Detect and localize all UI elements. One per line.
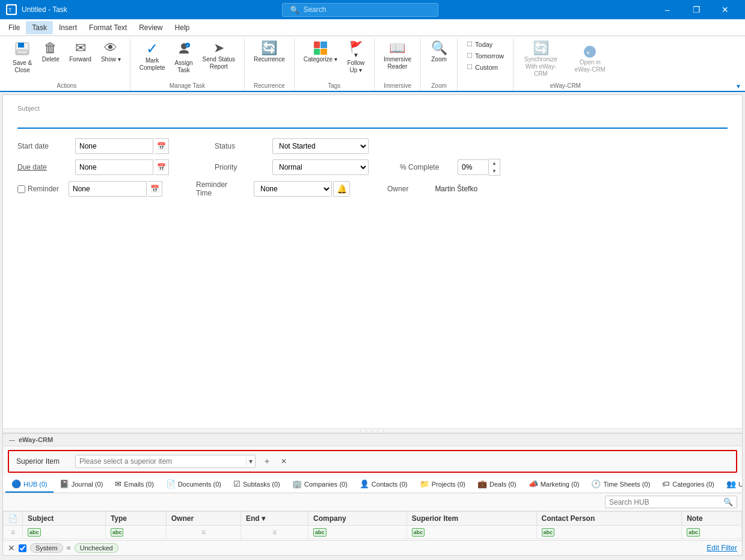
- save-close-button[interactable]: Save &Close: [8, 38, 36, 77]
- pct-down-button[interactable]: ▼: [489, 167, 500, 175]
- open-in-ecrm-button[interactable]: e Open in eWay-CRM: [568, 43, 612, 76]
- pct-complete-control: ▲ ▼: [458, 159, 500, 176]
- filter-cell-end[interactable]: ≡: [241, 526, 308, 539]
- edit-filter-button[interactable]: Edit Filter: [707, 544, 737, 552]
- filter-cell-drag: ≡: [4, 526, 23, 539]
- mark-complete-button[interactable]: ✓ MarkComplete: [135, 38, 170, 75]
- delete-button[interactable]: 🗑 Delete: [37, 38, 64, 66]
- menu-help[interactable]: Help: [169, 21, 196, 34]
- menu-task[interactable]: Task: [26, 21, 53, 34]
- tab-projects[interactable]: 📁 Projects (0): [414, 476, 471, 493]
- ecrm-collapse-button[interactable]: —: [9, 437, 15, 443]
- superior-item-input-wrap[interactable]: ▾: [75, 455, 256, 468]
- superior-add-button[interactable]: ＋: [260, 456, 274, 467]
- col-header-company[interactable]: Company: [308, 512, 407, 526]
- ribbon-expand-button[interactable]: ▼: [735, 83, 741, 90]
- filter-cell-type[interactable]: abc: [105, 526, 166, 539]
- status-select[interactable]: Not Started In Progress Completed Waitin…: [272, 138, 369, 154]
- menu-insert[interactable]: Insert: [53, 21, 83, 34]
- col-header-end[interactable]: End ▾: [241, 512, 308, 526]
- due-date-label[interactable]: Due date: [17, 163, 66, 171]
- forward-button[interactable]: ✉ Forward: [65, 38, 96, 66]
- search-bar[interactable]: 🔍: [282, 3, 438, 17]
- tab-documents[interactable]: 📄 Documents (0): [160, 476, 227, 493]
- hub-search-bar[interactable]: 🔍: [605, 496, 737, 508]
- search-input[interactable]: [303, 5, 423, 14]
- col-header-subject[interactable]: Subject: [23, 512, 106, 526]
- close-button[interactable]: ✕: [711, 0, 739, 19]
- start-date-input[interactable]: [75, 138, 153, 154]
- pct-up-button[interactable]: ▲: [489, 159, 500, 167]
- recurrence-group-label: Recurrence: [254, 81, 285, 91]
- custom-label: Custom: [475, 64, 498, 71]
- delete-label: Delete: [42, 56, 60, 63]
- reminder-checkbox[interactable]: [17, 185, 25, 193]
- filter-cell-note[interactable]: abc: [682, 526, 742, 539]
- splitter[interactable]: · · · · ·: [3, 428, 742, 433]
- superior-item-input[interactable]: [76, 455, 246, 467]
- due-date-calendar-button[interactable]: 📅: [155, 159, 169, 175]
- col-header-contact[interactable]: Contact Person: [536, 512, 682, 526]
- manage-task-label: Manage Task: [170, 81, 205, 91]
- tomorrow-button[interactable]: ☐ Tomorrow: [462, 50, 508, 61]
- custom-button[interactable]: ☐ Custom: [462, 61, 508, 73]
- tab-emails[interactable]: ✉ Emails (0): [109, 476, 160, 493]
- menu-review[interactable]: Review: [133, 21, 168, 34]
- assign-task-button[interactable]: ✓ AssignTask: [171, 38, 197, 77]
- tab-hub[interactable]: 🔵 HUB (0): [5, 476, 54, 493]
- tab-subtasks[interactable]: ☑ Subtasks (0): [227, 476, 286, 493]
- tab-users[interactable]: 👥 Users (0): [720, 476, 742, 493]
- immersive-reader-button[interactable]: 📖 ImmersiveReader: [379, 38, 415, 73]
- tab-contacts[interactable]: 👤 Contacts (0): [354, 476, 414, 493]
- start-date-calendar-button[interactable]: 📅: [155, 138, 169, 154]
- col-header-superior[interactable]: Superior Item: [406, 512, 536, 526]
- show-icon: 👁: [104, 42, 117, 55]
- forward-label: Forward: [69, 56, 91, 63]
- col-header-owner[interactable]: Owner: [166, 512, 241, 526]
- hub-table: 📄 Subject Type Owner End ▾ Company Super…: [3, 511, 742, 539]
- tab-marketing[interactable]: 📣 Marketing (0): [523, 476, 586, 493]
- minimize-button[interactable]: –: [654, 0, 681, 19]
- pct-complete-label: % Complete: [400, 163, 448, 171]
- menu-file[interactable]: File: [2, 21, 26, 34]
- bell-button[interactable]: 🔔: [333, 181, 350, 197]
- subject-input[interactable]: [17, 113, 728, 125]
- menu-format-text[interactable]: Format Text: [83, 21, 133, 34]
- filter-close-button[interactable]: ✕: [8, 543, 15, 553]
- filter-cell-subject[interactable]: abc: [23, 526, 106, 539]
- pct-complete-input[interactable]: [458, 159, 489, 175]
- col-header-file[interactable]: 📄: [4, 512, 23, 526]
- ecrm-header-label: eWay-CRM: [19, 436, 53, 443]
- synchronize-button[interactable]: 🔄 SynchronizeWith eWay-CRM: [518, 38, 563, 81]
- tab-deals[interactable]: 💼 Deals (0): [471, 476, 523, 493]
- categorize-button[interactable]: Categorize ▾: [299, 38, 342, 66]
- col-header-note[interactable]: Note: [682, 512, 742, 526]
- documents-tab-label: Documents (0): [178, 481, 221, 488]
- tab-categories[interactable]: 🏷 Categories (0): [656, 476, 720, 493]
- hub-search-input[interactable]: [609, 498, 720, 506]
- filter-cell-superior[interactable]: abc: [406, 526, 536, 539]
- show-button[interactable]: 👁 Show ▾: [97, 38, 125, 66]
- tab-journal[interactable]: 📓 Journal (0): [54, 476, 109, 493]
- col-header-type[interactable]: Type: [105, 512, 166, 526]
- priority-select[interactable]: Low Normal High: [272, 159, 369, 175]
- follow-up-button[interactable]: 🚩 ▼ FollowUp ▾: [343, 38, 369, 77]
- today-button[interactable]: ☐ Today: [462, 38, 508, 50]
- recurrence-button[interactable]: 🔄 Recurrence: [250, 38, 289, 66]
- filter-cell-contact[interactable]: abc: [536, 526, 682, 539]
- reminder-time-select[interactable]: None: [254, 181, 332, 197]
- zoom-button[interactable]: 🔍 Zoom: [426, 38, 452, 66]
- reminder-calendar-button[interactable]: 📅: [148, 181, 162, 197]
- superior-dropdown-button[interactable]: ▾: [246, 457, 255, 466]
- tab-companies[interactable]: 🏢 Companies (0): [286, 476, 354, 493]
- send-status-report-button[interactable]: ➤ Send StatusReport: [198, 38, 239, 73]
- tab-timesheets[interactable]: 🕐 Time Sheets (0): [585, 476, 656, 493]
- hub-table-wrap: 📄 Subject Type Owner End ▾ Company Super…: [3, 511, 742, 539]
- superior-clear-button[interactable]: ✕: [278, 457, 289, 466]
- filter-cell-company[interactable]: abc: [308, 526, 407, 539]
- filter-checkbox[interactable]: [19, 544, 26, 552]
- reminder-date-input[interactable]: [69, 181, 147, 197]
- restore-button[interactable]: ❐: [682, 0, 710, 19]
- filter-cell-owner[interactable]: ≡: [166, 526, 241, 539]
- due-date-input[interactable]: [75, 159, 153, 175]
